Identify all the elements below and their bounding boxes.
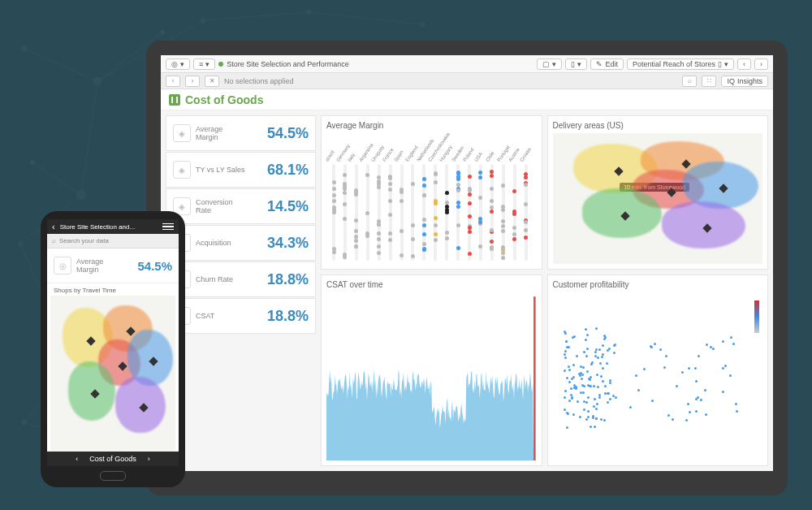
panel-delivery-areas[interactable]: Delivery areas (US) 10 min. from Stonewo… bbox=[547, 115, 769, 270]
kpi-label: Conversion Rate bbox=[196, 198, 246, 214]
kpi-label: Acquisition bbox=[196, 239, 246, 247]
panel-title: Customer profitability bbox=[553, 280, 763, 289]
kpi-label: CSAT bbox=[196, 312, 246, 320]
pencil-icon: ✎ bbox=[596, 60, 603, 68]
mobile-kpi-value: 54.5% bbox=[137, 259, 172, 273]
bookmark-dropdown[interactable]: Potential Reach of Stores ▯▾ bbox=[627, 58, 734, 70]
desktop-app: ◎▾ ≡▾ Store Site Selection and Performan… bbox=[161, 55, 773, 471]
app-title: Store Site Selection and Performance bbox=[227, 60, 349, 68]
no-selections-text: No selections applied bbox=[224, 77, 294, 85]
avg-margin-chart: BrazilGermanyItalyArgentinaUruguayFrance… bbox=[326, 133, 537, 264]
mobile-title: Store Site Selection and... bbox=[60, 223, 158, 231]
next-sheet-button[interactable]: › bbox=[754, 58, 768, 70]
mobile-footer: ‹ Cost of Goods › bbox=[47, 452, 179, 466]
menu-button[interactable] bbox=[162, 223, 174, 231]
panel-customer-profitability[interactable]: Customer profitability bbox=[547, 274, 769, 466]
device-button[interactable]: ▯▾ bbox=[565, 58, 587, 70]
mobile-map[interactable] bbox=[50, 296, 175, 452]
view-menu-button[interactable]: ≡▾ bbox=[193, 58, 215, 70]
sparkle-icon: IQ bbox=[727, 77, 735, 85]
svg-rect-23 bbox=[533, 296, 536, 460]
kpi-value: 54.5% bbox=[267, 125, 309, 142]
edit-button[interactable]: ✎Edit bbox=[590, 58, 624, 70]
mobile-kpi-label: Average Margin bbox=[76, 257, 121, 274]
csat-chart bbox=[326, 292, 537, 460]
story-button[interactable]: ▢▾ bbox=[537, 58, 562, 70]
kpi-value: 18.8% bbox=[267, 271, 309, 288]
globe-icon: ◎ bbox=[171, 60, 178, 68]
next-sheet-button[interactable]: › bbox=[143, 455, 155, 463]
kpi-card[interactable]: ◈ Acquisition 34.3% bbox=[166, 225, 316, 261]
page-title: Cost of Goods bbox=[185, 93, 263, 106]
svg-line-18 bbox=[81, 81, 97, 195]
kpi-value: 68.1% bbox=[267, 162, 309, 179]
chart-logo-icon bbox=[169, 94, 180, 106]
kpi-label: Average Margin bbox=[196, 125, 246, 141]
kpi-label: Churn Rate bbox=[196, 275, 246, 283]
coins-icon: ◈ bbox=[173, 124, 191, 142]
mobile-map-title: Shops by Travel Time bbox=[47, 283, 179, 296]
kpi-card[interactable]: ◈ Average Margin 54.5% bbox=[166, 115, 316, 151]
panel-csat-over-time[interactable]: CSAT over time bbox=[321, 274, 542, 466]
kpi-value: 14.5% bbox=[267, 198, 309, 215]
profitability-chart bbox=[553, 292, 763, 460]
panel-title: Average Margin bbox=[326, 121, 537, 130]
screen-icon: ▢ bbox=[542, 60, 550, 68]
mobile-footer-title: Cost of Goods bbox=[89, 455, 136, 463]
selections-back-button[interactable]: ‹ bbox=[166, 76, 180, 87]
insights-button[interactable]: IQ Insights bbox=[721, 76, 768, 87]
app-toolbar: ◎▾ ≡▾ Store Site Selection and Performan… bbox=[161, 55, 773, 73]
status-dot-icon bbox=[218, 62, 223, 67]
coins-icon: ◎ bbox=[54, 257, 71, 274]
prev-sheet-button[interactable]: ‹ bbox=[737, 58, 751, 70]
kpi-column: ◈ Average Margin 54.5%◈ TY vs LY Sales 6… bbox=[166, 115, 316, 466]
panel-title: CSAT over time bbox=[326, 280, 537, 289]
back-button[interactable]: ‹ bbox=[52, 222, 55, 231]
color-legend bbox=[754, 300, 759, 333]
target-icon: ◈ bbox=[173, 161, 191, 179]
selection-bar: ‹ › ✕ No selections applied ⌕ ∷ IQ Insig… bbox=[161, 73, 773, 89]
kpi-card[interactable]: ◈ Churn Rate 18.8% bbox=[166, 261, 316, 297]
kpi-value: 18.8% bbox=[267, 308, 309, 325]
phone-icon: ▯ bbox=[571, 60, 575, 68]
kpi-card[interactable]: ◈ TY vs LY Sales 68.1% bbox=[166, 152, 316, 188]
laptop-device: ◎▾ ≡▾ Store Site Selection and Performan… bbox=[146, 41, 788, 495]
smart-search-button[interactable]: ⌕ bbox=[682, 76, 697, 87]
search-icon: ⌕ bbox=[52, 237, 56, 244]
svg-line-17 bbox=[32, 162, 81, 195]
search-placeholder: Search your data bbox=[59, 237, 109, 244]
kpi-card[interactable]: ◈ Conversion Rate 14.5% bbox=[166, 188, 316, 224]
mobile-kpi-card[interactable]: ◎ Average Margin 54.5% bbox=[47, 249, 179, 283]
svg-line-16 bbox=[309, 12, 422, 24]
kpi-card[interactable]: ◈ CSAT 18.8% bbox=[166, 298, 316, 334]
nav-menu-button[interactable]: ◎▾ bbox=[166, 58, 190, 70]
svg-line-12 bbox=[24, 49, 97, 81]
page-header: Cost of Goods bbox=[161, 89, 773, 110]
mobile-search[interactable]: ⌕ Search your data bbox=[47, 234, 179, 249]
svg-line-15 bbox=[203, 12, 309, 20]
prev-sheet-button[interactable]: ‹ bbox=[71, 455, 83, 463]
kpi-value: 34.3% bbox=[267, 235, 309, 252]
mobile-header: ‹ Store Site Selection and... bbox=[47, 219, 179, 234]
phone-device: ‹ Store Site Selection and... ⌕ Search y… bbox=[41, 211, 185, 487]
bookmark-icon: ▯ bbox=[718, 60, 722, 68]
panel-title: Delivery areas (US) bbox=[553, 121, 763, 130]
panel-average-margin[interactable]: Average Margin BrazilGermanyItalyArgenti… bbox=[321, 115, 542, 270]
mobile-app: ‹ Store Site Selection and... ⌕ Search y… bbox=[47, 219, 179, 466]
selections-tool-button[interactable]: ∷ bbox=[702, 76, 716, 87]
kpi-label: TY vs LY Sales bbox=[196, 166, 246, 174]
delivery-map[interactable]: 10 min. from Stonewood bbox=[553, 133, 763, 264]
dashboard-grid: ◈ Average Margin 54.5%◈ TY vs LY Sales 6… bbox=[161, 110, 773, 471]
selections-forward-button[interactable]: › bbox=[185, 76, 200, 87]
selections-clear-button[interactable]: ✕ bbox=[205, 76, 219, 87]
list-icon: ≡ bbox=[199, 60, 203, 68]
